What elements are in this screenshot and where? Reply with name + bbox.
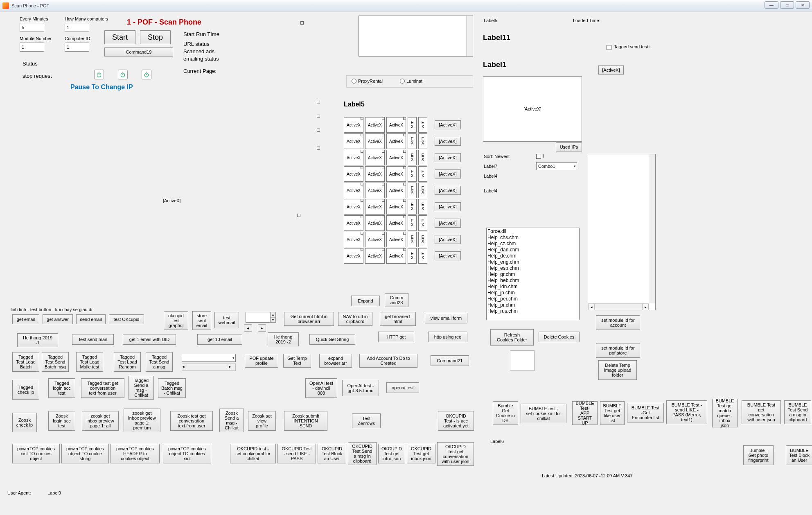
- maximize-button[interactable]: ▭: [780, 1, 794, 9]
- file-listbox[interactable]: Force.dllHelp_chs.chmHelp_cz.chmHelp_dan…: [486, 228, 580, 320]
- module-number-input[interactable]: [20, 43, 44, 52]
- get-current-html-button[interactable]: Get current html in browser arr: [284, 312, 334, 326]
- test-send-mail-button[interactable]: test send mail: [72, 334, 114, 345]
- http-using-req-button[interactable]: http using req: [428, 332, 467, 342]
- okcupid-activated-button[interactable]: OKCUPID Test - is acc activated yet: [438, 411, 474, 431]
- zoosk-inbox-premium-button[interactable]: zoosk get inbox preview page 1: premium: [124, 409, 160, 432]
- send-email-button[interactable]: send email: [76, 314, 106, 324]
- rowb-combo[interactable]: ▾: [182, 354, 236, 362]
- list-item[interactable]: Help_pr.chm: [487, 302, 578, 308]
- tagged-send-checkbox[interactable]: [607, 45, 611, 50]
- luminati-radio[interactable]: Luminati: [400, 79, 424, 84]
- bumble-photo-fp-button[interactable]: Bumble - Get photo fingerprint: [743, 445, 774, 465]
- okc-block-user-button[interactable]: OKCUPID Test Block an User: [318, 444, 346, 463]
- http-get-button[interactable]: HTTP get: [378, 332, 414, 342]
- activex-row-button[interactable]: [ActiveX]: [435, 137, 461, 146]
- tagged-send-chilkat-button[interactable]: Tagged Send a msg - Chilkat: [129, 376, 154, 400]
- bumble-like-user-list-button[interactable]: BUMBLE Test get like user list: [600, 401, 625, 425]
- zoosk-set-view-button[interactable]: Zoosk set view profile: [248, 411, 276, 431]
- list-item[interactable]: Help_dan.chm: [487, 247, 578, 253]
- every-minutes-input[interactable]: [20, 23, 44, 32]
- nav-left-button[interactable]: ◂: [244, 324, 252, 332]
- used-ips-button[interactable]: Used IPs: [556, 142, 582, 151]
- ptcp-obj-xml-button[interactable]: powerTCP cookies object TO cookies xml: [163, 444, 211, 463]
- quick-get-string-button[interactable]: Quick Get String: [309, 334, 355, 345]
- okc-set-cookie-button[interactable]: OKCUPID test - set cookie xml for chilka…: [230, 444, 276, 463]
- bumble-app-startup-button[interactable]: BUMBLE Test- APP START UP: [572, 401, 598, 425]
- bumble-cookie-db-button[interactable]: Bumble Get Cookie in DB: [493, 401, 518, 425]
- tagged-send-batch-button[interactable]: Tagged Test Send Batch msg: [42, 352, 69, 372]
- get-10-email-button[interactable]: get 10 email: [197, 334, 242, 345]
- list-item[interactable]: Help_rus.chm: [487, 308, 578, 314]
- add-account-db-button[interactable]: Add Account To Db to Created: [359, 354, 417, 368]
- delete-temp-button[interactable]: Delete Temp Image upload folder: [598, 360, 637, 380]
- bumble-match-queue-button[interactable]: BUMBLE Test get match queue - inbox json: [712, 399, 738, 427]
- bumble-send-msg-clip-button[interactable]: BUMBLE Test Send a msg in clipboard: [784, 400, 811, 424]
- list-item[interactable]: Help_jp.chm: [487, 290, 578, 296]
- log-textbox[interactable]: [359, 16, 473, 56]
- refresh-cookies-button[interactable]: Refresh Cookies Folder: [490, 329, 534, 346]
- bumble-encounter-list-button[interactable]: BUMBLE Test -Get Encounter list: [627, 403, 664, 422]
- stop-button[interactable]: Stop: [140, 30, 171, 44]
- minimize-button[interactable]: —: [765, 1, 778, 9]
- zoosk-login-acc-button[interactable]: Zoosk login acc test: [48, 411, 75, 431]
- get-email-button[interactable]: get email: [12, 314, 39, 324]
- scroll-left-icon[interactable]: ◂: [182, 364, 189, 370]
- activex-row-button[interactable]: [ActiveX]: [435, 153, 461, 162]
- test-okcupid-button[interactable]: test OKcupid: [109, 314, 144, 324]
- sort-checkbox[interactable]: [536, 154, 541, 159]
- list-item[interactable]: Help_esp.chm: [487, 265, 578, 271]
- tagged-load-random-button[interactable]: Tagged Test Load Random: [114, 352, 141, 372]
- computer-id-input[interactable]: [65, 43, 89, 52]
- tagged-login-acc-button[interactable]: Tagged login acc test: [48, 378, 75, 398]
- test-zenrows-button[interactable]: Test Zenrows: [352, 413, 381, 428]
- set-module-account-button[interactable]: set module id for account: [596, 315, 640, 330]
- tagged-batch-chilkat-button[interactable]: Tagged Batch msg - Chilkat: [158, 378, 186, 398]
- okc-send-msg-clip-button[interactable]: OKCUPID Test Send a msg in clipboard: [348, 442, 377, 465]
- proxy-rental-radio[interactable]: ProxyRental: [352, 79, 383, 84]
- close-button[interactable]: ✕: [796, 1, 810, 9]
- okc-intro-json-button[interactable]: OKCUPID Test get intro json: [378, 444, 405, 463]
- openai-gpt35-button[interactable]: OpenAI test - gpt-3.5-turbo: [342, 380, 379, 396]
- okc-conv-json-button[interactable]: OKCUPID Test get conversation with user …: [437, 442, 474, 466]
- tagged-load-maile-button[interactable]: Tagged Test Load Maile test: [76, 352, 103, 372]
- list-item[interactable]: Force.dll: [487, 228, 578, 235]
- bumble-conv-json-button[interactable]: BUMBLE Test get conversation with user j…: [742, 400, 781, 424]
- activex-row-button[interactable]: [ActiveX]: [435, 235, 461, 244]
- get-1-email-uid-button[interactable]: get 1 email with UID: [123, 334, 176, 345]
- spinner-updown[interactable]: ▴▾: [270, 312, 276, 323]
- openai-davinci-button[interactable]: OpenAI test - davincii 003: [305, 378, 337, 398]
- list-item[interactable]: Help_per.chm: [487, 296, 578, 302]
- zoosk-inbox-all-button[interactable]: zoosk get inbox preview page 1: all: [82, 411, 119, 431]
- ptcp-xml-obj-button[interactable]: powerTCP cookies xml TO cookies object: [12, 444, 60, 463]
- set-module-pof-button[interactable]: set module id for pof store: [596, 343, 640, 358]
- zoosk-submit-intention-button[interactable]: Zoosk submit INTENTION SEND: [284, 411, 327, 431]
- ptcp-hdr-obj-button[interactable]: powerTCP cookies HEADER to cookies objec…: [111, 444, 160, 463]
- hscrollbar[interactable]: ◂▸: [588, 303, 649, 310]
- list-item[interactable]: Help_cz.chm: [487, 241, 578, 247]
- zoosk-check-ip-button[interactable]: Zoosk check ip: [12, 413, 37, 432]
- he-thong-1-button[interactable]: He thong 2019 -1: [17, 333, 58, 347]
- spinner-input[interactable]: [246, 312, 270, 323]
- get-temp-text-button[interactable]: Get Temp Text: [283, 354, 311, 368]
- ptcp-obj-str-button[interactable]: powerTCP cookies object TO cookie string: [61, 444, 109, 463]
- scroll-right-icon[interactable]: ▸: [642, 304, 649, 310]
- list-item[interactable]: Help_de.chm: [487, 253, 578, 259]
- activex-row-button[interactable]: [ActiveX]: [435, 202, 461, 211]
- tagged-load-batch-button[interactable]: Tagged Test Load Batch: [12, 352, 39, 372]
- okc-inbox-json-button[interactable]: OKCUPID Test get inbox json: [407, 444, 435, 463]
- test-webmail-button[interactable]: test webmail: [214, 312, 239, 328]
- tagged-get-conv-button[interactable]: Tagged test get conversation text from u…: [81, 378, 124, 398]
- command19-button[interactable]: Command19: [104, 47, 173, 56]
- command21-button[interactable]: Command21: [431, 355, 469, 366]
- activex-btn-right[interactable]: [ActiveX]: [598, 66, 624, 75]
- tagged-check-ip-button[interactable]: Tagged check ip: [12, 380, 39, 400]
- zoosk-get-conv-button[interactable]: Zoosk test get conversation text from us…: [170, 411, 213, 431]
- store-sent-email-button[interactable]: store sent email: [192, 311, 211, 330]
- right-scroll-panel[interactable]: ◂▸: [588, 154, 656, 310]
- get-browser1-html-button[interactable]: get browser1 html: [380, 312, 416, 326]
- pof-update-profile-button[interactable]: POF update profile: [245, 354, 278, 368]
- nav-right-button[interactable]: ▸: [258, 324, 266, 332]
- scroll-right-icon[interactable]: ▸: [229, 364, 235, 370]
- bumble-block-user-button[interactable]: BUMBLE Test Block an User: [786, 445, 812, 465]
